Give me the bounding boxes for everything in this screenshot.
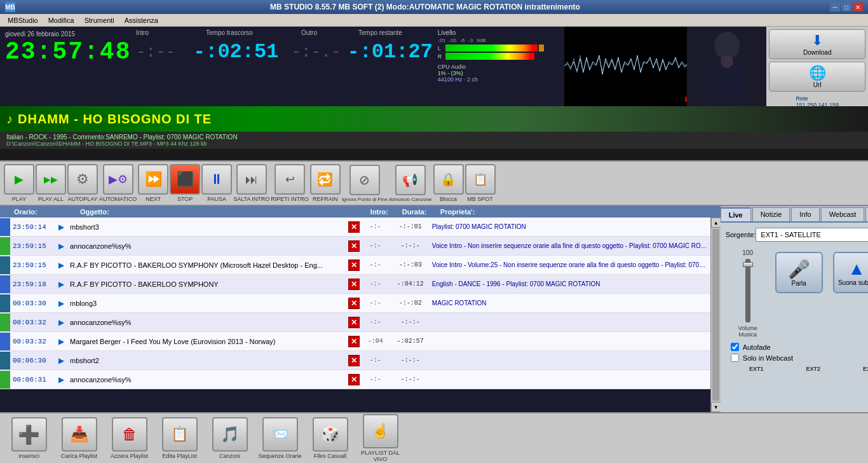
tab-notizie[interactable]: Notizie xyxy=(752,207,790,221)
source-select[interactable]: EXT1 - SATELLITE xyxy=(756,228,868,242)
refrain-icon: 🔁 xyxy=(310,164,341,195)
row-play-button[interactable]: ▶ xyxy=(55,316,67,329)
annuncio-button[interactable]: 📢 Annuncio Canzone xyxy=(389,165,432,202)
row-name: R.A.F BY PICOTTO - BAKERLOO SYMPHONY (Mi… xyxy=(67,261,348,269)
playlist-dal-vivo-button[interactable]: ☝ PLAYLIST DAL VIVO xyxy=(356,414,404,462)
menu-mbstudio[interactable]: MBStudio xyxy=(3,15,43,25)
play-all-button[interactable]: ▶▶ PLAY ALL xyxy=(36,164,66,202)
row-color-marker xyxy=(0,218,10,236)
volume-fader-handle[interactable] xyxy=(743,262,753,267)
tab-webcast[interactable]: Webcast xyxy=(821,207,865,221)
autoplay-button[interactable]: ⚙ AUTOPLAY xyxy=(67,164,98,202)
row-play-button[interactable]: ▶ xyxy=(55,335,67,348)
scroll-down-arrow[interactable]: ▼ xyxy=(711,402,721,412)
elapsed-value: -:02:51 xyxy=(193,40,278,64)
play-button[interactable]: ▶ PLAY xyxy=(4,164,34,202)
autofade-checkbox[interactable] xyxy=(731,343,739,351)
row-play-button[interactable]: ▶ xyxy=(55,259,67,272)
suona-subito-icon: ▲ xyxy=(848,259,865,279)
parla-label: Parla xyxy=(791,280,806,287)
tab-messaggi[interactable]: Messaggi xyxy=(865,207,868,221)
mbspot-button[interactable]: 📋 MB SPOT xyxy=(465,164,496,202)
row-delete-button[interactable]: ✕ xyxy=(348,298,360,309)
row-color-marker xyxy=(0,237,10,255)
url-button[interactable]: 🌐 Url xyxy=(769,62,865,92)
row-intro: -:- xyxy=(360,223,391,230)
azzera-playlist-button[interactable]: 🗑 Azzera Playlist xyxy=(105,417,153,459)
row-play-button[interactable]: ▶ xyxy=(55,354,67,367)
stop-button[interactable]: ⬛ STOP xyxy=(170,164,200,202)
carica-playlist-button[interactable]: 📥 Carica Playlist xyxy=(55,417,103,459)
row-play-button[interactable]: ▶ xyxy=(55,297,67,310)
row-delete-button[interactable]: ✕ xyxy=(348,317,360,328)
source-label: Sorgente: xyxy=(726,231,756,238)
row-time: 23:59:14 xyxy=(10,223,55,231)
ripeti-intro-button[interactable]: ↩ RIPETI INTRO xyxy=(271,164,309,202)
blocca-icon: 🔒 xyxy=(433,164,464,195)
row-play-button[interactable]: ▶ xyxy=(55,278,67,291)
row-time: 00:03:32 xyxy=(10,319,55,326)
playlist-row: 23:59:15 ▶ annocanzone%sy% ✕ -:- -:-:- V… xyxy=(0,237,710,256)
scroll-thumb[interactable] xyxy=(712,229,719,401)
inserisci-button[interactable]: ➕ Inserisci xyxy=(5,417,53,459)
menu-modifica[interactable]: Modifica xyxy=(43,15,79,25)
salta-intro-button[interactable]: ⏭ SALTA INTRO xyxy=(233,164,269,202)
sequenze-orarie-button[interactable]: 📨 Sequenze Orarie xyxy=(256,417,304,459)
parla-button[interactable]: 🎤 Parla xyxy=(775,252,823,293)
carica-playlist-icon: 📥 xyxy=(62,417,97,452)
blocca-button[interactable]: 🔒 Blocca xyxy=(433,164,464,202)
close-button[interactable]: ✕ xyxy=(853,3,863,11)
maximize-button[interactable]: □ xyxy=(841,3,851,11)
row-name: annocanzone%sy% xyxy=(67,319,348,326)
carica-playlist-label: Carica Playlist xyxy=(61,453,97,459)
menu-strumenti[interactable]: Strumenti xyxy=(79,15,119,25)
row-prop: Voice Intro - Non inserire sequenze orar… xyxy=(430,242,710,249)
refrain-button[interactable]: 🔁 REFRAIN xyxy=(310,164,341,202)
edita-playlist-button[interactable]: 📋 Edita PlayList xyxy=(156,417,203,459)
row-prop: Playlist: 0700 MAGIC ROTATION xyxy=(430,223,710,230)
files-casuali-icon: 🎲 xyxy=(313,417,348,452)
download-button[interactable]: ⬇ Download xyxy=(769,29,865,59)
row-delete-button[interactable]: ✕ xyxy=(348,259,360,271)
playlist-header: Orario: Oggetto: Intro: Durata: Propriet… xyxy=(0,206,721,218)
url-label: Url xyxy=(813,81,822,88)
salta-intro-label: SALTA INTRO xyxy=(233,196,269,202)
row-play-button[interactable]: ▶ xyxy=(55,240,67,252)
next-button[interactable]: ⏩ NEXT xyxy=(138,164,168,202)
row-color-marker xyxy=(0,333,10,350)
pausa-button[interactable]: ⏸ PAUSA xyxy=(201,164,232,202)
url-icon: 🌐 xyxy=(809,65,826,81)
music-icon: ♪ xyxy=(6,112,13,127)
files-casuali-button[interactable]: 🎲 Files Casuali xyxy=(306,417,354,459)
ignora-button[interactable]: ⊘ Ignora Punto di Fine xyxy=(342,165,388,202)
suona-subito-button[interactable]: ▲ Suona subito xyxy=(833,252,868,293)
row-play-button[interactable]: ▶ xyxy=(55,221,67,233)
row-intro: -:- xyxy=(360,300,391,307)
row-durata: -:-:- xyxy=(391,357,430,364)
solo-webcast-checkbox[interactable] xyxy=(731,354,739,362)
row-name: R.A.F BY PICOTTO - BAKERLOO SYMPHONY xyxy=(67,280,348,288)
menu-assistenza[interactable]: Assistenza xyxy=(119,15,163,25)
tab-live[interactable]: Live xyxy=(721,207,751,221)
row-name: mbshort2 xyxy=(67,357,348,364)
canzoni-button[interactable]: 🎵 Canzoni xyxy=(206,417,254,459)
playlist-row: 00:03:30 ▶ mblong3 ✕ -:- -:-:02 MAGIC RO… xyxy=(0,294,710,313)
scroll-up-arrow[interactable]: ▲ xyxy=(711,218,721,228)
row-delete-button[interactable]: ✕ xyxy=(348,240,360,252)
nowplaying-title: DHAMM - HO BISOGNO DI TE xyxy=(18,112,212,127)
row-delete-button[interactable]: ✕ xyxy=(348,355,360,366)
playlist-scrollbar[interactable]: ▲ ▼ xyxy=(710,218,721,412)
row-play-button[interactable]: ▶ xyxy=(55,373,67,386)
minimize-button[interactable]: ─ xyxy=(830,3,840,11)
row-delete-button[interactable]: ✕ xyxy=(348,279,360,290)
row-delete-button[interactable]: ✕ xyxy=(348,374,360,385)
bottom-toolbar: ➕ Inserisci 📥 Carica Playlist 🗑 Azzera P… xyxy=(0,412,868,463)
annuncio-icon: 📢 xyxy=(395,165,426,195)
live-content: Sorgente: EXT1 - SATELLITE 100 xyxy=(721,223,868,412)
parla-icon: 🎤 xyxy=(788,259,810,280)
col-durata: Durata: xyxy=(402,208,440,216)
row-delete-button[interactable]: ✕ xyxy=(348,221,360,233)
tab-info[interactable]: Info xyxy=(791,207,819,221)
row-delete-button[interactable]: ✕ xyxy=(348,336,360,347)
automatico-button[interactable]: ▶⚙ AUTOMATICO xyxy=(99,164,137,202)
